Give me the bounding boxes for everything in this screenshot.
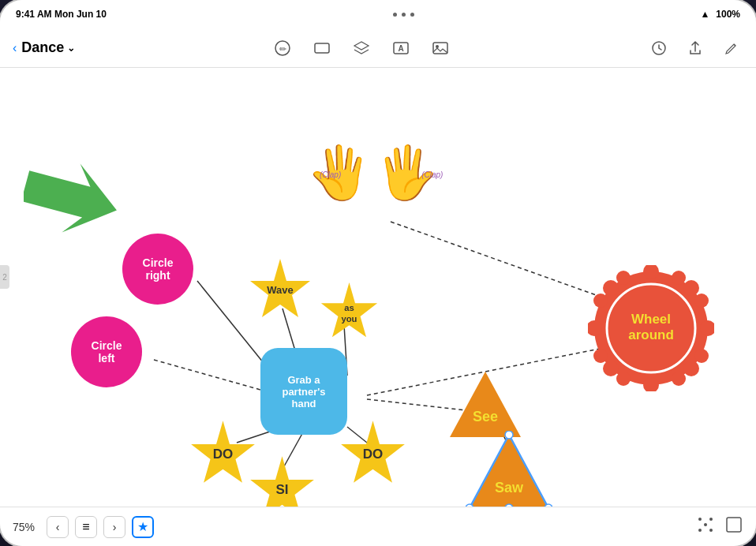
do-right-node[interactable]: DO xyxy=(339,419,406,489)
status-dot-2 xyxy=(402,13,406,17)
svg-line-16 xyxy=(391,222,612,301)
svg-text:around: around xyxy=(628,327,674,342)
status-bar: 9:41 AM Mon Jun 10 ▲ 100% xyxy=(0,0,756,28)
circle-left-node[interactable]: Circleleft xyxy=(71,316,142,387)
canvas-area[interactable]: Circleright Circleleft 🖐 🖐 (Clap) (Clap)… xyxy=(0,68,756,507)
svg-text:A: A xyxy=(398,44,403,53)
back-button[interactable]: ‹ xyxy=(13,41,17,55)
center-label: Grab apartner'shand xyxy=(282,374,325,410)
svg-point-41 xyxy=(694,294,709,308)
document-title[interactable]: Dance ⌄ xyxy=(21,39,75,56)
status-center xyxy=(107,13,700,17)
wave-node[interactable]: Wave xyxy=(249,257,312,323)
svg-point-63 xyxy=(698,529,702,532)
svg-point-62 xyxy=(709,518,713,521)
page-edge-indicator: 2 xyxy=(0,265,9,289)
svg-text:✏: ✏ xyxy=(279,43,286,53)
svg-point-44 xyxy=(616,372,631,386)
title-dropdown-icon: ⌄ xyxy=(67,43,75,54)
bottom-right-controls xyxy=(696,515,743,538)
svg-rect-2 xyxy=(315,43,329,53)
svg-marker-19 xyxy=(24,163,118,234)
svg-text:Wave: Wave xyxy=(267,284,293,296)
edit-button[interactable] xyxy=(720,36,743,60)
arrange-button[interactable] xyxy=(696,515,715,538)
svg-point-40 xyxy=(672,271,686,285)
list-icon: ≡ xyxy=(82,520,89,534)
back-chevron-icon: ‹ xyxy=(13,41,17,55)
as-you-node[interactable]: as you xyxy=(320,281,379,343)
ipad-frame: 9:41 AM Mon Jun 10 ▲ 100% ‹ Dance ⌄ ✏ xyxy=(0,0,756,546)
battery-icon: 100% xyxy=(716,9,740,20)
zoom-level-label: 75% xyxy=(13,521,40,533)
svg-text:DO: DO xyxy=(363,447,384,462)
svg-point-64 xyxy=(709,529,713,532)
svg-text:you: you xyxy=(341,314,357,323)
svg-point-60 xyxy=(704,523,707,526)
toolbar-center: ✏ A xyxy=(75,36,647,60)
status-time: 9:41 AM Mon Jun 10 xyxy=(16,9,107,20)
si-node[interactable]: SI xyxy=(249,454,316,507)
shape-tool-button[interactable] xyxy=(310,36,334,60)
toolbar: ‹ Dance ⌄ ✏ A xyxy=(0,28,756,68)
svg-point-47 xyxy=(616,271,631,285)
next-icon: › xyxy=(113,521,117,533)
svg-point-42 xyxy=(694,349,709,363)
svg-point-37 xyxy=(603,361,619,376)
bookmark-button[interactable]: ★ xyxy=(132,516,154,538)
svg-rect-5 xyxy=(433,43,447,54)
clap-right-label: (Clap) xyxy=(421,170,443,179)
image-tool-button[interactable] xyxy=(429,36,452,60)
circle-right-node[interactable]: Circleright xyxy=(122,234,193,305)
svg-marker-52 xyxy=(450,372,521,437)
clap-area: 🖐 🖐 (Clap) (Clap) xyxy=(308,143,439,203)
svg-text:See: See xyxy=(473,409,498,424)
toolbar-right xyxy=(647,36,743,60)
history-button[interactable] xyxy=(647,36,671,60)
wheel-around-node[interactable]: Wheel around xyxy=(588,265,714,391)
svg-point-45 xyxy=(593,349,608,363)
fullscreen-button[interactable] xyxy=(724,515,743,538)
green-arrow xyxy=(24,163,118,237)
svg-point-35 xyxy=(683,361,699,376)
text-tool-button[interactable]: A xyxy=(389,36,413,60)
status-dot-3 xyxy=(410,13,414,17)
saw-triangle-node[interactable]: Saw xyxy=(466,431,552,507)
svg-text:as: as xyxy=(344,303,354,312)
prev-icon: ‹ xyxy=(56,521,60,533)
svg-text:SI: SI xyxy=(275,482,288,497)
svg-point-57 xyxy=(505,431,513,439)
status-right: ▲ 100% xyxy=(700,9,740,20)
wifi-icon: ▲ xyxy=(700,9,709,20)
svg-point-33 xyxy=(683,280,699,296)
draw-tool-button[interactable]: ✏ xyxy=(271,36,294,60)
do-left-node[interactable]: DO xyxy=(189,419,256,489)
svg-text:DO: DO xyxy=(213,447,234,462)
next-page-button[interactable]: › xyxy=(103,516,125,538)
toolbar-left: ‹ Dance ⌄ xyxy=(13,39,75,56)
title-label: Dance xyxy=(21,39,64,56)
circle-left-label: Circleleft xyxy=(92,339,122,365)
prev-page-button[interactable]: ‹ xyxy=(47,516,69,538)
zoom-controls: 75% ‹ ≡ › ★ xyxy=(13,516,154,538)
svg-text:Saw: Saw xyxy=(495,480,524,496)
share-button[interactable] xyxy=(683,36,707,60)
svg-point-46 xyxy=(593,294,608,308)
svg-point-43 xyxy=(672,372,686,386)
svg-marker-54 xyxy=(470,435,548,507)
center-node[interactable]: Grab apartner'shand xyxy=(260,348,347,435)
svg-point-61 xyxy=(698,518,702,521)
svg-point-39 xyxy=(603,280,619,296)
circle-right-label: Circleright xyxy=(143,256,174,282)
star-icon: ★ xyxy=(137,519,148,534)
page-list-button[interactable]: ≡ xyxy=(75,516,97,538)
layers-tool-button[interactable] xyxy=(350,36,373,60)
svg-text:Wheel: Wheel xyxy=(631,312,671,327)
svg-rect-65 xyxy=(727,518,741,532)
clap-left-label: (Clap) xyxy=(320,170,341,179)
bottom-bar: 75% ‹ ≡ › ★ xyxy=(0,507,756,546)
status-dot-1 xyxy=(393,13,397,17)
